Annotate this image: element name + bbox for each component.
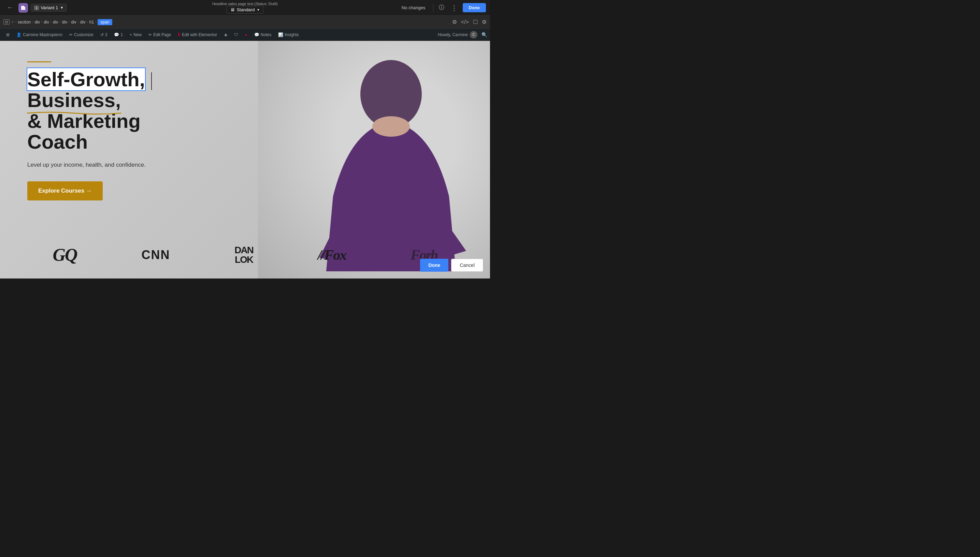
settings-icon[interactable]: ⚙ bbox=[452, 19, 457, 25]
revisions-icon: ↺ bbox=[100, 33, 104, 37]
wordpress-icon: ⊞ bbox=[6, 33, 10, 37]
breadcrumb-div3[interactable]: div bbox=[53, 20, 58, 24]
wp-username: Carmine Mastropierro bbox=[23, 33, 62, 37]
hero-heading: Self-Growth, Business, & Marketing Coach bbox=[27, 69, 205, 152]
wp-comments-item[interactable]: 💬 1 bbox=[111, 29, 126, 41]
explore-courses-button[interactable]: Explore Courses → bbox=[27, 181, 103, 200]
elementor-icon: E bbox=[178, 33, 181, 37]
insights-icon: 📊 bbox=[278, 33, 283, 37]
wp-avatar: C bbox=[470, 31, 477, 39]
breadcrumb-separator: › bbox=[59, 20, 60, 24]
breadcrumb-div4[interactable]: div bbox=[62, 20, 67, 24]
breadcrumb-span-active[interactable]: span bbox=[98, 19, 112, 25]
breadcrumb-div5[interactable]: div bbox=[71, 20, 76, 24]
breadcrumb-separator: › bbox=[32, 20, 33, 24]
comments-icon: 💬 bbox=[114, 33, 119, 37]
section-icon: ⊡ bbox=[3, 20, 10, 24]
breadcrumb-separator: › bbox=[15, 20, 16, 24]
variant-selector[interactable]: 1 Variant 1 ▼ bbox=[31, 4, 67, 11]
main-content-area: Self-Growth, Business, & Marketing Coach… bbox=[0, 41, 490, 278]
wp-customize-item[interactable]: ✏ Customize bbox=[66, 29, 97, 41]
breadcrumb-separator: › bbox=[78, 20, 79, 24]
page-title-text: Headline sales page test (Status: Draft) bbox=[212, 2, 278, 6]
bottom-done-button[interactable]: Done bbox=[420, 259, 448, 272]
wp-howdy-item[interactable]: Howdy, Carmine C bbox=[435, 31, 480, 39]
hero-person-image bbox=[258, 41, 490, 278]
text-cursor bbox=[151, 72, 152, 90]
wp-comments-count: 1 bbox=[121, 33, 123, 37]
more-button[interactable]: ⋮ bbox=[450, 3, 459, 13]
wp-editpage-item[interactable]: ✏ Edit Page bbox=[145, 29, 174, 41]
svg-point-1 bbox=[372, 116, 410, 137]
breadcrumb-div2[interactable]: div bbox=[44, 20, 49, 24]
breadcrumb-h1[interactable]: h1 bbox=[90, 20, 94, 24]
page-title-area: Headline sales page test (Status: Draft)… bbox=[212, 0, 278, 15]
heading-line2: & Marketing Coach bbox=[27, 110, 140, 153]
wp-elementor-label: Edit with Elementor bbox=[182, 33, 217, 37]
code-icon[interactable]: </> bbox=[461, 19, 469, 25]
wp-new-item[interactable]: + New bbox=[126, 29, 145, 41]
breadcrumb-div6[interactable]: div bbox=[80, 20, 85, 24]
breadcrumb-separator: › bbox=[41, 20, 42, 24]
fox-logo: //Fox bbox=[318, 247, 346, 263]
chevron-down-icon: ▼ bbox=[60, 6, 64, 10]
breadcrumb-separator: › bbox=[95, 20, 96, 24]
breadcrumb-section[interactable]: section bbox=[18, 20, 31, 24]
breadcrumb-div1[interactable]: div bbox=[35, 20, 40, 24]
wp-notes-item[interactable]: 💬 Notes bbox=[251, 29, 275, 41]
breadcrumb-separator: › bbox=[87, 20, 88, 24]
bottom-actions: Done Cancel bbox=[420, 259, 483, 272]
plus-icon: + bbox=[130, 33, 132, 37]
done-button[interactable]: Done bbox=[463, 3, 486, 12]
back-button[interactable]: ← bbox=[4, 3, 16, 13]
monitor-icon: 🖥 bbox=[230, 7, 235, 12]
gold-accent-line bbox=[27, 61, 51, 62]
breadcrumb-tools: ⚙ </> ☐ ⚙ bbox=[452, 19, 487, 25]
hero-content: Self-Growth, Business, & Marketing Coach… bbox=[27, 61, 205, 200]
wp-record-item[interactable]: ● bbox=[242, 29, 251, 41]
logos-bar: GQ CNN DANLOK //Fox Forb bbox=[0, 245, 490, 265]
wp-elementor-item[interactable]: E Edit with Elementor bbox=[174, 29, 220, 41]
breadcrumb-bar: ⊡ ▼ › section › div › div › div › div › … bbox=[0, 16, 490, 29]
heading-span-selected: Self-Growth, bbox=[27, 68, 145, 90]
wp-new-label: New bbox=[134, 33, 142, 37]
wp-revisions-item[interactable]: ↺ 3 bbox=[97, 29, 111, 41]
wp-scheme-item[interactable]: ◈ bbox=[221, 29, 231, 41]
responsive-icon[interactable]: ☐ bbox=[473, 19, 478, 25]
edit-icon: ✏ bbox=[149, 33, 152, 37]
record-icon: ● bbox=[245, 33, 247, 37]
breadcrumb-container-icon[interactable]: ⊡ ▼ bbox=[3, 20, 14, 24]
wp-editpage-label: Edit Page bbox=[153, 33, 171, 37]
no-changes-label: No changes bbox=[402, 5, 429, 10]
wp-notes-label: Notes bbox=[261, 33, 271, 37]
wp-insights-label: Insights bbox=[284, 33, 299, 37]
device-selector[interactable]: 🖥 Standard ▼ bbox=[227, 6, 264, 14]
wp-user-item[interactable]: 👤 Carmine Mastropierro bbox=[13, 29, 66, 41]
wp-search-button[interactable]: 🔍 bbox=[482, 32, 487, 37]
chevron-down-icon: ▼ bbox=[11, 20, 14, 24]
user-icon: 👤 bbox=[16, 33, 21, 37]
wp-insights-item[interactable]: 📊 Insights bbox=[275, 29, 302, 41]
heading-business: Business, bbox=[27, 89, 121, 111]
wp-logo-item[interactable]: ⊞ bbox=[3, 29, 13, 41]
scheme-icon: ◈ bbox=[224, 33, 227, 37]
chevron-down-icon: ▼ bbox=[256, 8, 260, 11]
settings2-icon[interactable]: ⚙ bbox=[482, 19, 487, 25]
wp-admin-bar: ⊞ 👤 Carmine Mastropierro ✏ Customize ↺ 3… bbox=[0, 29, 490, 41]
wp-shield-item[interactable]: 🛡 bbox=[231, 29, 242, 41]
cnn-logo: CNN bbox=[141, 248, 170, 262]
danlok-logo: DANLOK bbox=[234, 246, 253, 264]
shield-icon: 🛡 bbox=[234, 33, 238, 37]
breadcrumb-separator: › bbox=[51, 20, 52, 24]
customize-icon: ✏ bbox=[69, 33, 73, 37]
underline-svg bbox=[27, 111, 121, 115]
app-logo bbox=[18, 3, 28, 13]
variant-number: 1 bbox=[34, 5, 39, 10]
top-bar: ← 1 Variant 1 ▼ Headline sales page test… bbox=[0, 0, 490, 16]
gq-logo: GQ bbox=[52, 245, 77, 265]
wp-howdy-label: Howdy, Carmine bbox=[438, 33, 468, 37]
breadcrumb-separator: › bbox=[69, 20, 70, 24]
help-button[interactable]: ⓘ bbox=[437, 3, 446, 13]
bottom-cancel-button[interactable]: Cancel bbox=[451, 259, 483, 272]
wp-revisions-count: 3 bbox=[105, 33, 108, 37]
